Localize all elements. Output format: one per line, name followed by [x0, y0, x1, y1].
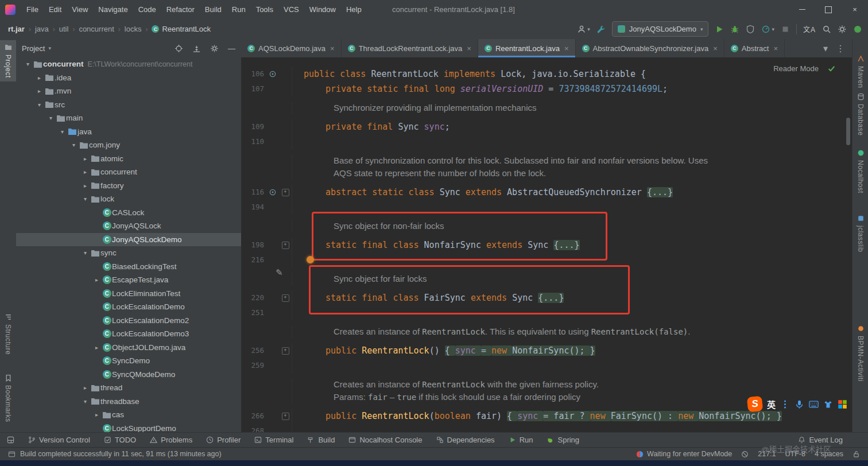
close-icon[interactable]: ×: [773, 44, 778, 53]
implemented-marker-icon[interactable]: [266, 185, 279, 200]
tree-item-locksupportdemo[interactable]: CLockSupportDemo: [16, 422, 241, 433]
breadcrumb-item-util[interactable]: util: [59, 25, 69, 33]
line-number[interactable]: 109: [241, 119, 266, 134]
editor-tab-aqslockdemo-java[interactable]: CAQSLockDemo.java×: [241, 39, 342, 57]
tree-item-java[interactable]: ▾java: [16, 125, 241, 139]
editor-tab-abstractownablesynchronizer-java[interactable]: CAbstractOwnableSynchronizer.java×: [576, 39, 724, 57]
code-line[interactable]: Creates an instance of ReentrantLock. Th…: [241, 325, 845, 338]
profiler-button[interactable]: ▾: [761, 25, 774, 34]
tree-item-biasedlockingtest[interactable]: CBiasedLockingTest: [16, 260, 241, 274]
lock-icon[interactable]: [852, 451, 860, 458]
editor-tab-threadlockreentrantlock-java[interactable]: CThreadLockReentrantLock.java×: [342, 39, 478, 57]
tree-item-src[interactable]: ▾src: [16, 98, 241, 112]
tree-item-lockescalationdemo[interactable]: CLockEscalationDemo: [16, 300, 241, 314]
line-number[interactable]: 106: [241, 67, 266, 81]
tool-window-switcher-icon[interactable]: [7, 436, 14, 444]
tab-options-kebab-icon[interactable]: ⋮: [836, 43, 845, 54]
line-number[interactable]: 259: [241, 358, 266, 373]
menu-item-file[interactable]: File: [21, 0, 44, 19]
tree-item-com-jony[interactable]: ▾com.jony: [16, 138, 241, 152]
tool-stripe-button-bpmn-activiti[interactable]: BPMN-Activiti: [852, 321, 868, 385]
menu-item-navigate[interactable]: Navigate: [93, 0, 133, 19]
tree-chevron-icon[interactable]: ▾: [80, 398, 90, 405]
tree-item-lockescalationdemo2[interactable]: CLockEscalationDemo2: [16, 314, 241, 328]
chevron-down-icon[interactable]: ▾: [48, 45, 51, 51]
tree-item-atomic[interactable]: ▸atomic: [16, 152, 241, 166]
menu-item-view[interactable]: View: [67, 0, 93, 19]
tree-chevron-icon[interactable]: ▾: [80, 196, 90, 202]
ime-dots-icon[interactable]: [780, 399, 790, 409]
fold-marker-icon[interactable]: +: [279, 409, 292, 424]
debug-button[interactable]: [730, 25, 739, 34]
tree-item-lockeliminationtest[interactable]: CLockEliminationTest: [16, 287, 241, 301]
close-button[interactable]: ×: [842, 0, 868, 19]
sogou-logo-icon[interactable]: S: [747, 396, 764, 413]
fold-marker-icon[interactable]: +: [279, 238, 292, 253]
tool-stripe-button-database[interactable]: Database: [852, 90, 868, 139]
line-number[interactable]: 194: [241, 200, 266, 215]
code-line[interactable]: Base of synchronization control for this…: [241, 154, 845, 167]
bottombar-item-version-control[interactable]: Version Control: [28, 436, 90, 444]
line-number[interactable]: 116: [241, 185, 266, 200]
tree-chevron-icon[interactable]: ▾: [23, 61, 33, 67]
coverage-button[interactable]: [746, 25, 755, 34]
search-everywhere-icon[interactable]: [822, 25, 831, 34]
tree-item-escapetest-java[interactable]: ▸CEscapeTest.java: [16, 273, 241, 287]
code-line[interactable]: 106public class ReentrantLock implements…: [241, 67, 845, 81]
tree-chevron-icon[interactable]: ▸: [34, 75, 44, 81]
tree-item-concurrent[interactable]: ▾concurrentE:\TLWork\concurrent\concurre…: [16, 57, 241, 71]
line-number[interactable]: 266: [241, 409, 266, 424]
editor-tab-reentrantlock-java[interactable]: CReentrantLock.java×: [478, 39, 576, 57]
tree-item-lockescalationdemo3[interactable]: CLockEscalationDemo3: [16, 327, 241, 341]
tree-item-factory[interactable]: ▸factory: [16, 179, 241, 193]
tree-item-syncdemo[interactable]: CSyncDemo: [16, 354, 241, 368]
tree-chevron-icon[interactable]: ▸: [80, 182, 90, 189]
run-button[interactable]: [715, 25, 724, 34]
menu-item-code[interactable]: Code: [133, 0, 161, 19]
tree-chevron-icon[interactable]: ▸: [92, 411, 102, 418]
tree-item-jonyaqslock[interactable]: CJonyAQSLock: [16, 219, 241, 233]
tree-item-caslock[interactable]: CCASLock: [16, 206, 241, 220]
run-configuration-select[interactable]: JonyAQSLockDemo ▾: [612, 21, 709, 37]
maximize-button[interactable]: [815, 0, 842, 19]
panel-settings-gear-icon[interactable]: [210, 44, 219, 53]
project-panel-title[interactable]: Project: [22, 44, 45, 53]
line-number[interactable]: 220: [241, 290, 266, 305]
tree-item-sync[interactable]: ▾sync: [16, 246, 241, 260]
bottombar-item-todo[interactable]: TODO: [104, 436, 136, 444]
collapse-all-icon[interactable]: [192, 44, 201, 53]
tree-item-threadbase[interactable]: ▾threadbase: [16, 395, 241, 409]
tree-chevron-icon[interactable]: ▸: [80, 385, 90, 391]
breadcrumb-item-reentrantlock[interactable]: CReentrantLock: [152, 25, 211, 33]
tree-chevron-icon[interactable]: ▸: [34, 88, 44, 94]
menu-item-window[interactable]: Window: [304, 0, 341, 19]
line-number[interactable]: 110: [241, 134, 266, 149]
tree-chevron-icon[interactable]: ▾: [57, 129, 67, 135]
close-icon[interactable]: ×: [564, 44, 569, 53]
nocalhost-status-icon[interactable]: [853, 25, 862, 34]
bottombar-item-dependencies[interactable]: Dependencies: [436, 436, 495, 444]
translate-icon[interactable]: 文A: [803, 24, 816, 34]
tree-chevron-icon[interactable]: ▸: [80, 169, 90, 175]
tree-chevron-icon[interactable]: ▸: [92, 344, 102, 351]
tree-item-mvn[interactable]: ▸.mvn: [16, 84, 241, 98]
breadcrumb-item-concurrent[interactable]: concurrent: [79, 25, 114, 33]
bottombar-item-profiler[interactable]: Profiler: [206, 436, 241, 444]
bottombar-item-terminal[interactable]: Terminal: [254, 436, 293, 444]
tree-chevron-icon[interactable]: ▾: [34, 102, 44, 108]
tree-item-jonyaqslockdemo[interactable]: CJonyAQSLockDemo: [16, 233, 241, 247]
fold-marker-icon[interactable]: +: [279, 185, 292, 200]
keyboard-icon[interactable]: [809, 399, 819, 409]
code-line[interactable]: 256+public ReentrantLock() { sync = new …: [241, 343, 845, 358]
close-icon[interactable]: ×: [713, 44, 718, 53]
code-line[interactable]: 268: [241, 424, 845, 432]
ime-mode-label[interactable]: 英: [767, 398, 776, 410]
bottombar-item-nocalhost-console[interactable]: Nocalhost Console: [348, 436, 422, 444]
menu-item-help[interactable]: Help: [341, 0, 367, 19]
inspections-ok-icon[interactable]: [827, 64, 836, 73]
menu-item-edit[interactable]: Edit: [44, 0, 67, 19]
bottombar-item-run[interactable]: Run: [509, 436, 533, 444]
close-icon[interactable]: ×: [467, 44, 471, 53]
skin-shirt-icon[interactable]: [823, 399, 833, 409]
edit-pencil-icon[interactable]: ✎: [276, 267, 283, 278]
